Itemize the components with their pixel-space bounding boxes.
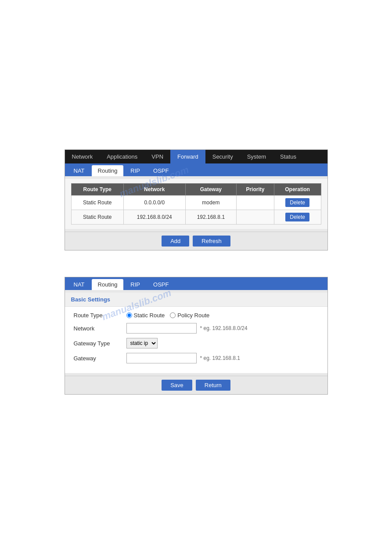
gateway-type-row: Gateway Type static ip modem <box>74 338 319 348</box>
radio-policy-route-label: Policy Route <box>177 312 209 319</box>
col-priority: Priority <box>237 184 274 196</box>
add-route-panel: NAT Routing RIP OSPF Basic Settings Rout… <box>65 277 328 395</box>
cell-gateway: modem <box>185 196 237 210</box>
top-nav: Network Applications VPN Forward Securit… <box>65 150 327 163</box>
nav-system[interactable]: System <box>240 150 273 163</box>
routing-table-panel: Network Applications VPN Forward Securit… <box>65 149 328 250</box>
table-row: Static Route 0.0.0.0/0 modem Delete <box>71 196 321 210</box>
gateway-control: * eg. 192.168.8.1 <box>126 353 319 363</box>
radio-static-route-label: Static Route <box>134 312 165 319</box>
nav-vpn[interactable]: VPN <box>144 150 170 163</box>
cell-operation: Delete <box>274 210 321 225</box>
cell-network: 192.168.8.0/24 <box>123 210 185 225</box>
radio-static-route-input[interactable] <box>126 312 132 318</box>
table-row: Static Route 192.168.8.0/24 192.168.8.1 … <box>71 210 321 225</box>
radio-policy-route-input[interactable] <box>170 312 176 318</box>
add-button[interactable]: Add <box>162 236 189 247</box>
network-label: Network <box>74 325 126 332</box>
col-gateway: Gateway <box>185 184 237 196</box>
network-hint: * eg. 192.168.8.0/24 <box>200 325 248 331</box>
save-button[interactable]: Save <box>162 380 192 391</box>
delete-button-1[interactable]: Delete <box>285 213 309 221</box>
gateway-label: Gateway <box>74 355 126 362</box>
col-route-type: Route Type <box>71 184 123 196</box>
section-title: Basic Settings <box>71 296 111 303</box>
sub-nav-2: NAT Routing RIP OSPF <box>65 277 327 290</box>
gateway-type-control: static ip modem <box>126 338 319 348</box>
tab-rip[interactable]: RIP <box>124 165 146 176</box>
nav-status[interactable]: Status <box>273 150 303 163</box>
route-type-row: Route Type Static Route Policy Route <box>74 312 319 319</box>
cell-route-type: Static Route <box>71 210 123 225</box>
gateway-type-label: Gateway Type <box>74 340 126 347</box>
nav-forward[interactable]: Forward <box>170 150 205 163</box>
return-button[interactable]: Return <box>196 380 230 391</box>
route-type-label: Route Type <box>74 312 126 319</box>
col-network: Network <box>123 184 185 196</box>
tab-nat[interactable]: NAT <box>68 165 91 176</box>
refresh-button[interactable]: Refresh <box>193 236 230 247</box>
nav-security[interactable]: Security <box>205 150 240 163</box>
cell-operation: Delete <box>274 196 321 210</box>
gateway-hint: * eg. 192.168.8.1 <box>200 355 240 361</box>
tab2-routing[interactable]: Routing <box>92 279 124 290</box>
basic-settings-header: Basic Settings <box>65 293 327 307</box>
cell-route-type: Static Route <box>71 196 123 210</box>
radio-static-route[interactable]: Static Route <box>126 312 165 319</box>
cell-priority <box>237 196 274 210</box>
sub-nav: NAT Routing RIP OSPF <box>65 163 327 176</box>
tab-ospf[interactable]: OSPF <box>147 165 175 176</box>
tab-routing[interactable]: Routing <box>92 165 124 176</box>
gateway-type-select[interactable]: static ip modem <box>126 338 158 348</box>
gateway-row: Gateway * eg. 192.168.8.1 <box>74 353 319 363</box>
cell-priority <box>237 210 274 225</box>
tab2-ospf[interactable]: OSPF <box>147 279 175 290</box>
gateway-input[interactable] <box>126 353 197 363</box>
routing-table: Route Type Network Gateway Priority Oper… <box>71 183 321 225</box>
form-action-bar: Save Return <box>65 376 327 394</box>
col-operation: Operation <box>274 184 321 196</box>
routing-table-area: Route Type Network Gateway Priority Oper… <box>65 179 327 229</box>
network-control: * eg. 192.168.8.0/24 <box>126 323 319 334</box>
route-type-control: Static Route Policy Route <box>126 312 319 319</box>
nav-applications[interactable]: Applications <box>100 150 144 163</box>
cell-network: 0.0.0.0/0 <box>123 196 185 210</box>
network-row: Network * eg. 192.168.8.0/24 <box>74 323 319 334</box>
tab2-rip[interactable]: RIP <box>124 279 146 290</box>
table-action-bar: Add Refresh <box>65 232 327 250</box>
delete-button-0[interactable]: Delete <box>285 198 309 207</box>
cell-gateway: 192.168.8.1 <box>185 210 237 225</box>
nav-network[interactable]: Network <box>65 150 100 163</box>
route-type-radio-group: Static Route Policy Route <box>126 312 210 319</box>
network-input[interactable] <box>126 323 197 334</box>
radio-policy-route[interactable]: Policy Route <box>170 312 209 319</box>
form-body: Route Type Static Route Policy Route <box>65 307 327 373</box>
tab2-nat[interactable]: NAT <box>68 279 91 290</box>
